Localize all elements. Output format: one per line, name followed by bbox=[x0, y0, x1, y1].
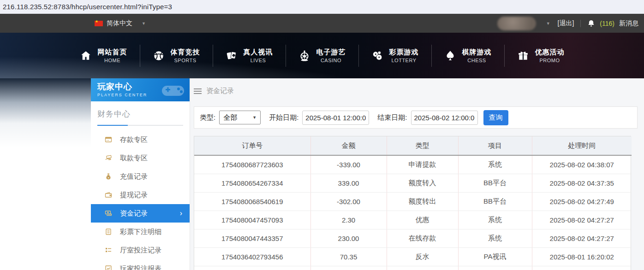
type-label: 类型: bbox=[200, 113, 215, 122]
nav-item-home[interactable]: 网站首页 HOME bbox=[67, 45, 140, 67]
nav-item-casino[interactable]: 电子游艺 CASINO bbox=[286, 45, 358, 67]
banner-fade bbox=[0, 78, 91, 147]
sidebar-item-lottery-detail[interactable]: 彩票下注明细 bbox=[91, 223, 190, 241]
sidebar-item-label: 取款专区 bbox=[120, 154, 148, 163]
cell-order-no: 1754080047457093 bbox=[194, 211, 310, 229]
sidebar-item-funds-record[interactable]: 资金记录 › bbox=[91, 204, 190, 223]
sidebar-item-label: 提现记录 bbox=[120, 191, 148, 200]
search-button[interactable]: 查询 bbox=[483, 110, 508, 125]
sports-icon bbox=[153, 50, 165, 62]
main-nav: 网站首页 HOME 体育竞技 SPORTS 真人视讯 LIVES bbox=[0, 33, 644, 78]
breadcrumb: 资金记录 bbox=[194, 87, 638, 95]
nav-item-lives[interactable]: 真人视讯 LIVES bbox=[213, 45, 286, 67]
sidebar-item-withdrawal-record[interactable]: 提现记录 bbox=[91, 186, 190, 204]
nav-item-sports[interactable]: 体育竞技 SPORTS bbox=[140, 45, 213, 67]
cell-time: 2025-08-02 04:27:27 bbox=[532, 211, 632, 229]
cell-order-no: 1754080654267334 bbox=[194, 174, 310, 192]
gift-icon bbox=[517, 50, 529, 62]
sidebar-item-label: 厅室投注记录 bbox=[120, 246, 161, 255]
nav-label-zh: 优惠活动 bbox=[535, 48, 565, 57]
spade-icon bbox=[444, 50, 456, 62]
sidebar: 玩家中心 PLAYERS CENTER 财务中心 存款专区 取款专区 bbox=[91, 78, 190, 270]
col-header-amount: 金额 bbox=[310, 136, 387, 155]
type-select-value: 全部 bbox=[223, 113, 237, 122]
cell-time: 2025-08-01 16:20:02 bbox=[532, 247, 632, 266]
sidebar-item-label: 彩票下注明细 bbox=[120, 228, 161, 236]
top-bar-right: ▼ [退出] (116) 新消息 bbox=[497, 17, 640, 30]
nav-label-zh: 彩票游戏 bbox=[389, 48, 419, 57]
start-date-input[interactable] bbox=[302, 111, 369, 125]
chevron-down-icon: ▼ bbox=[252, 115, 256, 120]
browser-url-bar[interactable]: 216.118.235.52:8783/hhcp/usercenter.html… bbox=[0, 0, 644, 14]
sidebar-menu: 存款专区 取款专区 充值记录 提现记录 bbox=[91, 130, 190, 270]
cell-amount: 2.30 bbox=[310, 211, 387, 229]
sidebar-item-label: 充值记录 bbox=[120, 172, 148, 181]
cell-amount: 339.00 bbox=[310, 174, 387, 192]
top-bar: 简体中文 ▼ ▼ [退出] (116) 新消息 bbox=[0, 14, 644, 33]
type-select[interactable]: 全部 ▼ bbox=[219, 111, 261, 124]
main-content: 资金记录 类型: 全部 ▼ 开始日期: 结束日期: 查询 订单号 金额 bbox=[194, 78, 638, 270]
start-date-label: 开始日期: bbox=[269, 113, 298, 122]
sidebar-item-recharge-record[interactable]: 充值记录 bbox=[91, 167, 190, 186]
message-count[interactable]: (116) bbox=[600, 20, 614, 27]
nav-item-lottery[interactable]: 彩票游戏 LOTTERY bbox=[358, 45, 431, 67]
cell-time: 2025-08-02 04:38:07 bbox=[532, 155, 632, 174]
logout-link[interactable]: [退出] bbox=[558, 19, 574, 28]
language-selector[interactable]: 简体中文 ▼ bbox=[95, 19, 146, 28]
language-label: 简体中文 bbox=[107, 19, 132, 28]
url-text[interactable]: 216.118.235.52:8783/hhcp/usercenter.html… bbox=[3, 3, 172, 11]
table-row: 1754080068540619 -302.00 额度转出 BB平台 2025-… bbox=[194, 192, 632, 211]
nav-item-chess[interactable]: 棋牌游戏 CHESS bbox=[431, 45, 504, 67]
message-label[interactable]: 新消息 bbox=[619, 19, 638, 28]
chevron-right-icon: › bbox=[180, 209, 182, 217]
gamepad-icon bbox=[160, 82, 186, 100]
menu-bars-icon bbox=[194, 88, 202, 94]
table-row: 1754080654267334 339.00 额度转入 BB平台 2025-0… bbox=[194, 174, 632, 192]
table-row: 1754036402793456 70.35 反水 PA视讯 2025-08-0… bbox=[194, 247, 632, 266]
nav-label-en: LIVES bbox=[244, 58, 273, 63]
nav-label-zh: 网站首页 bbox=[98, 48, 127, 57]
nav-label-en: HOME bbox=[98, 58, 127, 63]
nav-label-zh: 电子游艺 bbox=[316, 48, 346, 57]
end-date-input[interactable] bbox=[411, 111, 478, 125]
cell-type: 申请提款 bbox=[387, 155, 458, 174]
cell-type: 额度转出 bbox=[387, 192, 458, 211]
table-row: 1754080047443357 230.00 在线存款 系统 2025-08-… bbox=[194, 229, 632, 247]
sidebar-header: 玩家中心 PLAYERS CENTER bbox=[91, 78, 190, 101]
cell-type: 额度转入 bbox=[387, 174, 458, 192]
hall-bet-record-icon bbox=[105, 247, 112, 254]
username-redacted[interactable] bbox=[497, 17, 536, 30]
sidebar-item-label: 存款专区 bbox=[120, 135, 148, 144]
nav-label-zh: 棋牌游戏 bbox=[462, 48, 492, 57]
chevron-down-icon: ▼ bbox=[142, 21, 146, 26]
lottery-balls-icon bbox=[371, 50, 383, 62]
lottery-detail-icon bbox=[105, 228, 112, 235]
cell-amount: 230.00 bbox=[310, 229, 387, 247]
sidebar-item-label: 资金记录 bbox=[120, 209, 148, 218]
home-icon bbox=[80, 50, 92, 62]
page: 216.118.235.52:8783/hhcp/usercenter.html… bbox=[0, 0, 644, 270]
nav-item-promo[interactable]: 优惠活动 PROMO bbox=[504, 45, 577, 67]
sidebar-section: 财务中心 bbox=[91, 101, 190, 126]
cell-type: 在线存款 bbox=[387, 229, 458, 247]
table-row: 1754080047457093 2.30 优惠 系统 2025-08-02 0… bbox=[194, 211, 632, 229]
sidebar-item-deposit[interactable]: 存款专区 bbox=[91, 130, 190, 149]
cell-project: 系统 bbox=[458, 229, 532, 247]
sidebar-item-player-report[interactable]: 玩家投注报表 bbox=[91, 259, 190, 270]
cell-order-no: 1754080068540619 bbox=[194, 192, 310, 211]
end-date-label: 结束日期: bbox=[377, 113, 407, 122]
deposit-icon bbox=[105, 136, 112, 143]
cell-project: BB平台 bbox=[458, 192, 532, 211]
cell-project: 系统 bbox=[458, 155, 532, 174]
player-report-icon bbox=[105, 265, 112, 270]
nav-label-en: PROMO bbox=[535, 58, 565, 63]
table-row-partial bbox=[194, 266, 632, 270]
bell-icon[interactable] bbox=[587, 19, 595, 28]
chevron-down-icon[interactable]: ▼ bbox=[546, 21, 550, 26]
col-header-type: 类型 bbox=[387, 136, 458, 155]
sidebar-item-hall-bet-record[interactable]: 厅室投注记录 bbox=[91, 241, 190, 259]
sidebar-item-withdraw-zone[interactable]: 取款专区 bbox=[91, 149, 190, 167]
withdraw-icon bbox=[105, 154, 112, 162]
nav-label-en: SPORTS bbox=[171, 58, 200, 63]
cell-time: 2025-08-02 04:37:35 bbox=[532, 174, 632, 192]
